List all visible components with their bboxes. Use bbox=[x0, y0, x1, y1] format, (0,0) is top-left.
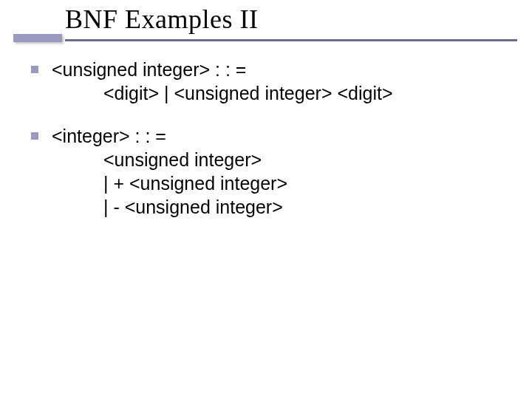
bullet-line: <digit> | <unsigned integer> <digit> bbox=[52, 81, 510, 105]
bullet-line: <unsigned integer> bbox=[52, 148, 510, 171]
bullet-line: | - <unsigned integer> bbox=[52, 195, 510, 219]
square-bullet-icon bbox=[31, 132, 38, 140]
bullet-line: | + <unsigned integer> bbox=[52, 171, 510, 195]
bullet-head: <unsigned integer> : : = bbox=[52, 59, 246, 80]
slide-title: BNF Examples II bbox=[65, 4, 517, 38]
bullet-item: <unsigned integer> : : = <digit> | <unsi… bbox=[31, 58, 510, 105]
square-bullet-icon bbox=[31, 66, 38, 73]
title-underline bbox=[65, 39, 517, 41]
bullet-item: <integer> : : = <unsigned integer> | + <… bbox=[31, 124, 510, 219]
title-accent-tab bbox=[13, 34, 62, 42]
bullet-head: <integer> : : = bbox=[52, 126, 166, 146]
slide: BNF Examples II <unsigned integer> : : =… bbox=[0, 0, 532, 399]
title-region: BNF Examples II bbox=[65, 4, 517, 41]
slide-body: <unsigned integer> : : = <digit> | <unsi… bbox=[31, 58, 510, 238]
